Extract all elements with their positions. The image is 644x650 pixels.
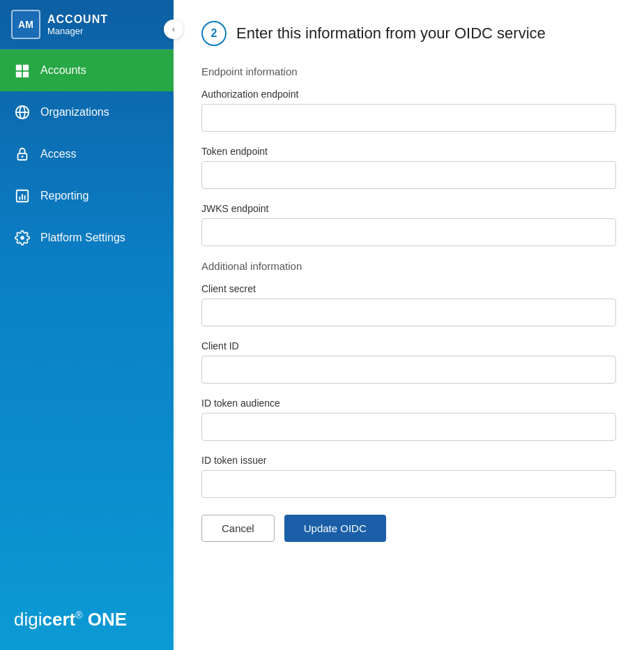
client-secret-input[interactable] — [201, 298, 616, 326]
token-endpoint-group: Token endpoint — [201, 146, 616, 189]
svg-point-8 — [22, 156, 24, 158]
app-title: ACCOUNT Manager — [47, 13, 108, 37]
svg-point-13 — [20, 236, 24, 240]
sidebar: AM ACCOUNT Manager ‹ Accounts Orga — [0, 0, 174, 650]
client-id-label: Client ID — [201, 340, 616, 352]
svg-rect-10 — [19, 197, 20, 200]
sidebar-collapse-button[interactable]: ‹ — [164, 20, 183, 39]
sidebar-item-label-reporting: Reporting — [40, 190, 89, 202]
jwks-endpoint-input[interactable] — [201, 218, 616, 246]
token-endpoint-input[interactable] — [201, 161, 616, 189]
cancel-button[interactable]: Cancel — [201, 515, 275, 542]
step-title: Enter this information from your OIDC se… — [236, 24, 546, 43]
sidebar-item-accounts[interactable]: Accounts — [0, 50, 174, 91]
step-badge: 2 — [201, 21, 227, 46]
sidebar-footer: digicert® ONE — [0, 595, 174, 650]
accounts-icon — [14, 62, 31, 79]
button-row: Cancel Update OIDC — [201, 515, 616, 542]
sidebar-item-access[interactable]: Access — [0, 133, 174, 175]
svg-rect-11 — [22, 194, 23, 199]
svg-rect-3 — [23, 72, 29, 77]
sidebar-item-label-organizations: Organizations — [40, 106, 109, 119]
platform-settings-icon — [14, 229, 31, 246]
organizations-icon — [14, 104, 31, 121]
sidebar-item-organizations[interactable]: Organizations — [0, 91, 174, 133]
sidebar-item-label-access: Access — [40, 148, 77, 160]
sidebar-item-reporting[interactable]: Reporting — [0, 175, 174, 217]
id-token-audience-input[interactable] — [201, 413, 616, 441]
svg-rect-2 — [16, 72, 22, 77]
reporting-icon — [14, 188, 31, 204]
client-secret-label: Client secret — [201, 283, 616, 294]
id-token-audience-group: ID token audience — [201, 398, 616, 441]
jwks-endpoint-group: JWKS endpoint — [201, 203, 616, 246]
app-logo: AM — [11, 10, 40, 39]
client-id-input[interactable] — [201, 356, 616, 384]
id-token-issuer-label: ID token issuer — [201, 455, 616, 466]
step-number: 2 — [211, 27, 217, 40]
id-token-audience-label: ID token audience — [201, 398, 616, 409]
svg-rect-12 — [24, 195, 26, 199]
logo-initials: AM — [18, 19, 33, 30]
jwks-endpoint-label: JWKS endpoint — [201, 203, 616, 214]
token-endpoint-label: Token endpoint — [201, 146, 616, 157]
update-oidc-button[interactable]: Update OIDC — [284, 515, 386, 542]
access-icon — [14, 146, 31, 162]
app-title-line2: Manager — [47, 26, 108, 37]
digicert-logo: digicert® ONE — [14, 609, 160, 630]
id-token-issuer-group: ID token issuer — [201, 455, 616, 498]
client-id-group: Client ID — [201, 340, 616, 384]
authorization-endpoint-label: Authorization endpoint — [201, 89, 616, 100]
section-endpoint-label: Endpoint information — [201, 66, 616, 77]
sidebar-item-label-accounts: Accounts — [40, 64, 86, 77]
id-token-issuer-input[interactable] — [201, 470, 616, 498]
sidebar-item-platform-settings[interactable]: Platform Settings — [0, 217, 174, 259]
app-header: AM ACCOUNT Manager — [0, 0, 174, 50]
client-secret-group: Client secret — [201, 283, 616, 326]
section-additional-label: Additional information — [201, 260, 616, 272]
svg-rect-0 — [16, 65, 22, 70]
svg-rect-1 — [23, 65, 29, 70]
sidebar-item-label-platform-settings: Platform Settings — [40, 232, 125, 244]
main-content: 2 Enter this information from your OIDC … — [174, 0, 644, 650]
app-title-line1: ACCOUNT — [47, 13, 108, 26]
step-header: 2 Enter this information from your OIDC … — [201, 21, 616, 46]
authorization-endpoint-input[interactable] — [201, 104, 616, 132]
authorization-endpoint-group: Authorization endpoint — [201, 89, 616, 132]
